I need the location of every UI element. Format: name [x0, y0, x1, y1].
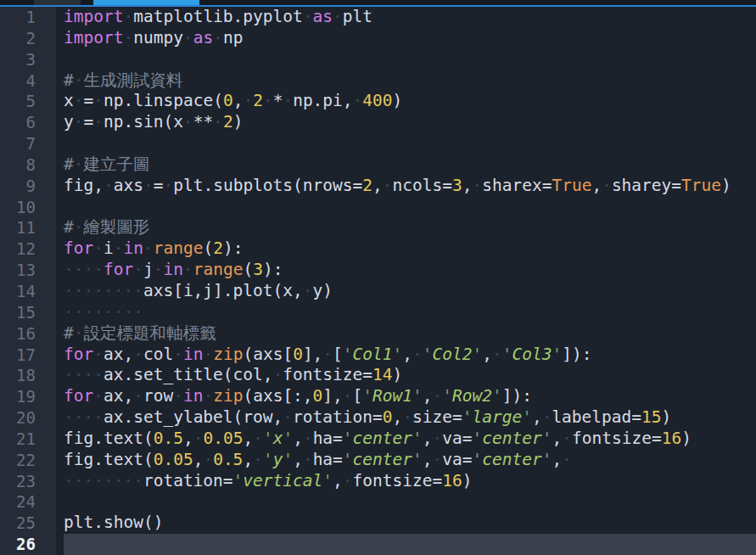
line-number: 13: [0, 260, 36, 281]
whitespace-dot: ········: [64, 302, 143, 322]
line-number: 22: [0, 450, 36, 471]
whitespace-dot: ·: [333, 7, 343, 26]
code-line[interactable]: [64, 197, 756, 218]
token-text: ): [233, 112, 244, 132]
whitespace-dot: ·: [433, 450, 443, 469]
code-line[interactable]: fig.text(0.05,·0.5,·'y',·ha='center',·va…: [64, 450, 756, 471]
token-text: ): [462, 471, 473, 491]
token-text: ,: [293, 450, 303, 469]
line-number: 16: [0, 323, 36, 345]
token-text: [: [333, 345, 343, 364]
token-text: ,: [482, 345, 492, 364]
code-line[interactable]: for·ax,·col·in·zip(axs[0],·['Col1',·'Col…: [64, 345, 756, 366]
whitespace-dot: ·: [353, 91, 363, 110]
code-line[interactable]: plt.show(): [64, 513, 756, 534]
token-quote: ': [412, 429, 423, 448]
whitespace-dot: ·: [492, 345, 502, 364]
whitespace-dot: ········: [64, 471, 143, 491]
whitespace-dot: ·: [143, 238, 154, 258]
token-keyword: for: [64, 345, 93, 364]
code-line[interactable]: x·=·np.linspace(0,·2·*·np.pi,·400): [64, 91, 756, 112]
line-number: 3: [0, 49, 36, 70]
token-string: large: [472, 407, 522, 427]
code-line[interactable]: y·=·np.sin(x·**·2): [64, 112, 756, 133]
token-text: ax,: [104, 345, 133, 364]
token-string: Row1: [372, 386, 412, 406]
horizontal-scrollbar-thumb[interactable]: [93, 0, 199, 5]
token-quote: ': [552, 345, 563, 364]
token-builtin: zip: [213, 386, 243, 406]
token-text: ,: [552, 450, 563, 469]
token-text: ): [392, 365, 402, 384]
whitespace-dot: ·: [322, 345, 333, 364]
token-text: y: [64, 112, 74, 132]
code-line[interactable]: ····for·j·in·range(3):: [64, 260, 756, 281]
token-text: fig,: [64, 176, 104, 195]
whitespace-dot: ·: [74, 70, 84, 90]
token-text: ):: [263, 260, 283, 279]
code-line[interactable]: fig,·axs·=·plt.subplots(nrows=2,·ncols=3…: [64, 176, 756, 197]
code-area[interactable]: import·matplotlib.pyplot·as·pltimport·nu…: [56, 7, 756, 555]
code-line[interactable]: [64, 491, 756, 513]
line-number: 10: [0, 197, 36, 218]
token-quote: ': [343, 345, 353, 364]
whitespace-dot: ·: [74, 323, 84, 343]
token-string: center: [482, 450, 541, 469]
code-line[interactable]: #·設定標題和軸標籤: [64, 323, 756, 345]
token-text: fig.text(: [64, 450, 154, 469]
line-number: 12: [0, 238, 36, 260]
token-quote: ': [263, 429, 273, 448]
code-line[interactable]: import·numpy·as·np: [64, 28, 756, 49]
token-text: ha=: [313, 450, 343, 469]
whitespace-dot: ·: [343, 471, 353, 491]
token-quote: ': [522, 407, 532, 427]
token-comment: 生成測試資料: [84, 70, 183, 90]
whitespace-dot: ·: [213, 112, 223, 132]
code-line[interactable]: ········rotation='vertical',·fontsize=16…: [64, 471, 756, 492]
code-line[interactable]: [64, 49, 756, 70]
token-text: ],: [322, 386, 342, 406]
code-line[interactable]: ····ax.set_ylabel(row,·rotation=0,·size=…: [64, 407, 756, 429]
whitespace-dot: ·: [183, 260, 193, 279]
token-string: x: [273, 429, 283, 448]
whitespace-dot: ·: [243, 91, 253, 110]
whitespace-dot: ·: [402, 407, 412, 427]
token-text: ],: [303, 345, 322, 364]
token-number: 16: [662, 429, 681, 448]
code-line-active[interactable]: [64, 534, 756, 555]
whitespace-dot: ·: [433, 386, 443, 406]
code-line[interactable]: #·建立子圖: [64, 154, 756, 176]
code-line[interactable]: fig.text(0.5,·0.05,·'x',·ha='center',·va…: [64, 429, 756, 450]
token-quote: ': [542, 429, 552, 448]
whitespace-dot: ·: [123, 7, 133, 26]
token-quote: ': [462, 407, 473, 427]
code-line[interactable]: ····ax.set_title(col,·fontsize=14): [64, 365, 756, 386]
code-line[interactable]: [64, 133, 756, 154]
token-text: ]):: [562, 345, 591, 364]
code-line[interactable]: for·ax,·row·in·zip(axs[:,0],·['Row1',·'R…: [64, 386, 756, 407]
token-builtin: True: [552, 176, 591, 195]
token-quote: ': [322, 471, 333, 491]
token-text: ,: [243, 429, 253, 448]
token-text: np: [223, 28, 243, 48]
token-text: ax.set_title(col,: [104, 365, 273, 384]
token-text: *: [273, 91, 283, 110]
code-line[interactable]: for·i·in·range(2):: [64, 238, 756, 260]
code-line[interactable]: #·生成測試資料: [64, 70, 756, 92]
token-keyword: for: [64, 386, 93, 406]
token-text: col: [143, 345, 173, 364]
token-number: 2: [362, 176, 372, 195]
token-text: np.linspace(: [104, 91, 223, 110]
code-line[interactable]: import·matplotlib.pyplot·as·plt: [64, 7, 756, 28]
whitespace-dot: ·: [433, 429, 443, 448]
token-text: ]):: [502, 386, 532, 406]
code-line[interactable]: #·繪製圖形: [64, 217, 756, 238]
token-text: ,: [183, 429, 193, 448]
token-string: center: [353, 450, 412, 469]
token-keyword: in: [123, 238, 143, 258]
code-line[interactable]: ········: [64, 302, 756, 323]
token-text: sharey=: [612, 176, 681, 195]
token-text: ,: [532, 407, 542, 427]
token-text: fontsize=: [353, 471, 443, 491]
code-line[interactable]: ········axs[i,j].plot(x,·y): [64, 281, 756, 302]
